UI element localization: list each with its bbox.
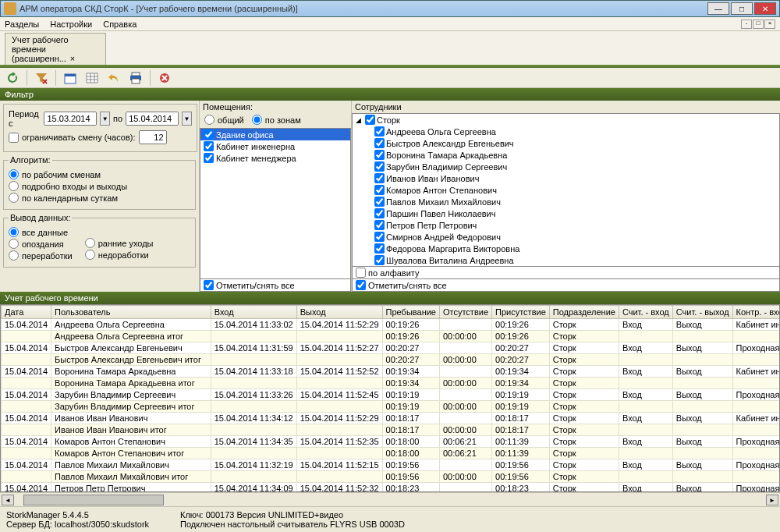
alg-calendar-radio[interactable] <box>9 193 19 203</box>
table-row[interactable]: Комаров Антон Степанович итог00:18:0000:… <box>2 448 781 459</box>
out-late-radio[interactable] <box>9 239 19 249</box>
limit-shift-checkbox[interactable] <box>9 133 19 143</box>
tree-root-checkbox[interactable] <box>365 115 375 125</box>
out-under-radio[interactable] <box>85 250 95 260</box>
tree-root[interactable]: ◢Сторк <box>353 114 779 126</box>
employee-checkbox[interactable] <box>374 220 385 230</box>
employee-item[interactable]: Зарубин Владимир Сергеевич <box>353 161 779 172</box>
table-row[interactable]: Быстров Александр Евгеньевич итог00:20:2… <box>2 354 781 366</box>
limit-shift-value[interactable] <box>139 130 167 144</box>
column-header[interactable]: Контр. - вход <box>732 306 780 319</box>
room-checkbox[interactable] <box>204 141 214 151</box>
employee-item[interactable]: Смирнов Андрей Федорович <box>353 231 779 243</box>
menu-settings[interactable]: Настройки <box>50 20 92 29</box>
period-to-dropdown[interactable]: ▼ <box>182 112 192 126</box>
table-row[interactable]: 15.04.2014Зарубин Владимир Сергеевич15.0… <box>2 389 781 401</box>
period-from-input[interactable] <box>44 112 97 126</box>
undo-icon[interactable] <box>106 70 122 86</box>
column-header[interactable]: Счит. - выход <box>672 306 732 319</box>
table-row[interactable]: 15.04.2014Андреева Ольга Сергеевна15.04.… <box>2 319 781 331</box>
table-row[interactable]: 15.04.2014Быстров Александр Евгеньевич15… <box>2 342 781 354</box>
column-header[interactable]: Пребывание <box>382 306 439 319</box>
column-header[interactable]: Отсутствие <box>439 306 491 319</box>
mdi-restore[interactable]: □ <box>753 20 764 29</box>
room-item[interactable]: Здание офиса <box>200 129 350 140</box>
rooms-toggle-all[interactable] <box>204 280 214 290</box>
employee-checkbox[interactable] <box>374 161 385 172</box>
delete-icon[interactable] <box>157 70 172 86</box>
minimize-button[interactable]: — <box>707 2 729 15</box>
rooms-mode-zones[interactable] <box>252 115 262 125</box>
employee-item[interactable]: Иванов Иван Иванович <box>353 172 779 184</box>
table-row[interactable]: Зарубин Владимир Сергеевич итог00:19:190… <box>2 401 781 413</box>
print-icon[interactable] <box>128 70 144 86</box>
employee-checkbox[interactable] <box>374 173 385 183</box>
employees-tree[interactable]: ◢СторкАндреева Ольга СергеевнаБыстров Ал… <box>352 113 780 267</box>
table-row[interactable]: 15.04.2014Иванов Иван Иванович15.04.2014… <box>2 413 781 424</box>
employees-toggle-all[interactable] <box>356 280 366 290</box>
data-grid[interactable]: ДатаПользовательВходВыходПребываниеОтсут… <box>0 304 780 492</box>
out-all-radio[interactable] <box>9 227 19 237</box>
employee-checkbox[interactable] <box>374 232 385 242</box>
table-row[interactable]: Иванов Иван Иванович итог00:18:1700:00:0… <box>2 424 781 436</box>
rooms-mode-common[interactable] <box>204 115 214 125</box>
employee-item[interactable]: Паршин Павел Николаевич <box>353 207 779 219</box>
employee-checkbox[interactable] <box>374 197 385 207</box>
period-to-input[interactable] <box>126 112 179 126</box>
period-from-dropdown[interactable]: ▼ <box>100 112 110 126</box>
mdi-close[interactable]: × <box>764 20 775 29</box>
mdi-minimize[interactable]: - <box>741 20 752 29</box>
scroll-thumb[interactable] <box>23 495 164 505</box>
column-header[interactable]: Выход <box>296 306 382 319</box>
employee-checkbox[interactable] <box>374 150 385 160</box>
out-early-radio[interactable] <box>85 238 95 248</box>
column-header[interactable]: Дата <box>2 306 51 319</box>
horizontal-scrollbar[interactable]: ◄ ► <box>0 492 780 506</box>
column-header[interactable]: Подразделение <box>549 306 619 319</box>
employee-item[interactable]: Быстров Александр Евгеньевич <box>353 137 779 149</box>
filter-clear-icon[interactable] <box>34 70 49 86</box>
column-header[interactable]: Присутствие <box>492 306 550 319</box>
scroll-right-arrow[interactable]: ► <box>766 495 778 505</box>
maximize-button[interactable]: □ <box>731 2 753 15</box>
table-row[interactable]: Павлов Михаил Михайлович итог00:19:5600:… <box>2 471 781 483</box>
scroll-left-arrow[interactable]: ◄ <box>2 495 14 505</box>
room-item[interactable]: Кабинет инженерна <box>200 140 350 152</box>
alg-detail-radio[interactable] <box>9 181 19 191</box>
menu-sections[interactable]: Разделы <box>5 20 39 29</box>
room-item[interactable]: Кабинет менеджера <box>200 152 350 164</box>
rooms-list[interactable]: Здание офисаКабинет инженернаКабинет мен… <box>200 128 351 279</box>
alg-shifts-radio[interactable] <box>9 169 19 179</box>
room-checkbox[interactable] <box>204 153 214 163</box>
employee-item[interactable]: Андреева Ольга Сергеевна <box>353 126 779 137</box>
employee-checkbox[interactable] <box>374 255 385 265</box>
collapse-icon[interactable]: ◢ <box>356 116 363 124</box>
employee-item[interactable]: Шувалова Виталина Андреевна <box>353 254 779 266</box>
employee-item[interactable]: Воронина Тамара Аркадьевна <box>353 149 779 161</box>
table-row[interactable]: 15.04.2014Павлов Михаил Михайлович15.04.… <box>2 459 781 471</box>
table-row[interactable]: Андреева Ольга Сергеевна итог00:19:2600:… <box>2 331 781 342</box>
table-icon[interactable] <box>84 70 100 86</box>
tab-timesheet[interactable]: Учет рабочего времени (расширенн... × <box>5 33 106 65</box>
employee-item[interactable]: Комаров Антон Степанович <box>353 184 779 196</box>
refresh-icon[interactable] <box>5 70 20 86</box>
employee-checkbox[interactable] <box>374 185 385 195</box>
employee-checkbox[interactable] <box>374 126 385 137</box>
employee-checkbox[interactable] <box>374 138 385 148</box>
calendar-icon[interactable] <box>62 70 78 86</box>
employee-item[interactable]: Павлов Михаил Михайлович <box>353 196 779 207</box>
table-row[interactable]: 15.04.2014Воронина Тамара Аркадьевна15.0… <box>2 366 781 378</box>
table-row[interactable]: 15.04.2014Петров Петр Петрович15.04.2014… <box>2 483 781 493</box>
close-button[interactable]: ✕ <box>754 2 776 15</box>
out-over-radio[interactable] <box>9 250 19 261</box>
employee-checkbox[interactable] <box>374 243 385 254</box>
employee-item[interactable]: Петров Петр Петрович <box>353 219 779 231</box>
table-row[interactable]: 15.04.2014Комаров Антон Степанович15.04.… <box>2 436 781 448</box>
menu-help[interactable]: Справка <box>103 20 136 29</box>
employees-alphabet[interactable] <box>356 268 366 278</box>
employee-checkbox[interactable] <box>374 208 385 218</box>
column-header[interactable]: Пользователь <box>51 306 211 319</box>
room-checkbox[interactable] <box>204 129 214 140</box>
column-header[interactable]: Вход <box>211 306 296 319</box>
table-row[interactable]: Воронина Тамара Аркадьевна итог00:19:340… <box>2 378 781 389</box>
